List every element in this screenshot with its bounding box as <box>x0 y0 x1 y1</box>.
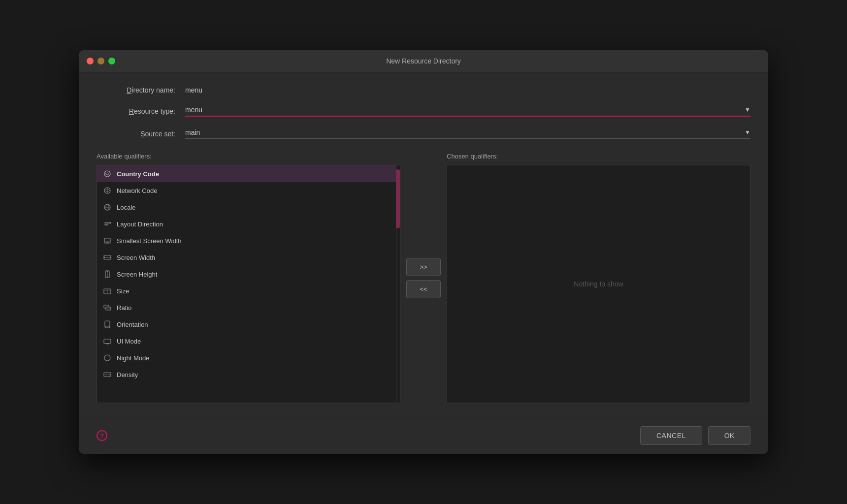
dialog-footer: ? CANCEL OK <box>79 417 768 454</box>
resource-type-dropdown[interactable]: menu ▼ <box>185 106 750 117</box>
resource-type-value: menu <box>185 106 202 114</box>
source-set-value: main <box>185 128 200 136</box>
svg-point-30 <box>104 355 110 361</box>
qualifier-item-screen-height[interactable]: Screen Height <box>97 266 396 283</box>
qualifier-label-network-code: Network Code <box>117 187 157 194</box>
qualifier-label-screen-width: Screen Width <box>117 254 155 261</box>
resource-type-label: Resource type: <box>97 107 175 115</box>
locale-icon <box>103 203 112 212</box>
source-set-dropdown[interactable]: main ▼ <box>185 128 750 139</box>
qualifier-item-network-code[interactable]: Network Code <box>97 182 396 199</box>
qualifier-label-country-code: Country Code <box>117 170 159 178</box>
qualifier-item-size[interactable]: Size <box>97 283 396 299</box>
qualifier-item-layout-direction[interactable]: Layout Direction <box>97 216 396 232</box>
source-set-arrow-icon: ▼ <box>745 129 750 136</box>
directory-name-value: menu <box>185 86 202 94</box>
size-icon <box>103 286 112 295</box>
title-bar: New Resource Directory <box>79 50 768 72</box>
qualifier-item-screen-width[interactable]: Screen Width <box>97 249 396 266</box>
night-mode-icon <box>103 353 112 362</box>
orientation-icon <box>103 320 112 329</box>
available-qualifiers-panel: Available qualifiers: Country Code <box>97 153 400 403</box>
qualifiers-section: Available qualifiers: Country Code <box>97 153 750 403</box>
svg-rect-8 <box>104 224 108 225</box>
nothing-to-show-text: Nothing to show <box>574 280 623 288</box>
qualifier-item-orientation[interactable]: Orientation <box>97 316 396 333</box>
qualifier-label-night-mode: Night Mode <box>117 354 149 362</box>
available-qualifiers-label: Available qualifiers: <box>97 153 400 160</box>
qualifier-label-layout-direction: Layout Direction <box>117 220 163 228</box>
qualifier-item-night-mode[interactable]: Night Mode <box>97 349 396 366</box>
qualifier-label-ratio: Ratio <box>117 304 131 312</box>
available-qualifiers-list[interactable]: Country Code Network Code <box>97 165 396 403</box>
directory-name-row: Directory name: menu <box>97 86 750 94</box>
qualifier-list-scrollbar[interactable] <box>396 165 400 403</box>
chosen-qualifiers-label: Chosen qualifiers: <box>447 153 750 160</box>
layout-direction-icon <box>103 220 112 228</box>
source-set-row: Source set: main ▼ <box>97 128 750 139</box>
qualifier-label-size: Size <box>117 287 129 295</box>
transfer-back-button[interactable]: << <box>406 280 441 298</box>
scrollbar-thumb <box>396 169 400 228</box>
minimize-button[interactable] <box>98 58 104 64</box>
available-qualifiers-list-container: Country Code Network Code <box>97 165 400 403</box>
chosen-qualifiers-panel: Chosen qualifiers: Nothing to show <box>447 153 750 403</box>
transfer-forward-button[interactable]: >> <box>406 258 441 276</box>
qualifier-item-smallest-screen-width[interactable]: Smallest Screen Width <box>97 232 396 249</box>
qualifier-item-country-code[interactable]: Country Code <box>97 165 396 182</box>
resource-type-row: Resource type: menu ▼ <box>97 106 750 117</box>
qualifier-label-ui-mode: UI Mode <box>117 338 141 345</box>
svg-rect-24 <box>106 307 111 310</box>
close-button[interactable] <box>87 58 94 64</box>
svg-rect-6 <box>104 222 110 223</box>
qualifier-label-screen-height: Screen Height <box>117 271 157 278</box>
maximize-button[interactable] <box>108 58 115 64</box>
cancel-button[interactable]: CANCEL <box>640 426 702 445</box>
ok-button[interactable]: OK <box>708 426 750 445</box>
qualifier-item-locale[interactable]: Locale <box>97 199 396 216</box>
new-resource-directory-dialog: New Resource Directory Directory name: m… <box>79 50 768 454</box>
directory-name-label: Directory name: <box>97 86 175 94</box>
chosen-qualifiers-list: Nothing to show <box>447 165 750 403</box>
qualifier-label-smallest-screen-width: Smallest Screen Width <box>117 237 182 245</box>
screen-height-icon <box>103 270 112 279</box>
ui-mode-icon <box>103 337 112 346</box>
window-controls <box>87 58 115 64</box>
help-button[interactable]: ? <box>97 430 107 441</box>
svg-rect-27 <box>104 339 111 344</box>
country-code-icon <box>103 169 112 178</box>
smallest-screen-width-icon <box>103 236 112 245</box>
qualifier-item-ratio[interactable]: Ratio <box>97 299 396 316</box>
resource-type-arrow-icon: ▼ <box>745 106 750 113</box>
network-code-icon <box>103 186 112 195</box>
transfer-buttons-area: >> << <box>400 153 447 403</box>
qualifier-label-orientation: Orientation <box>117 321 148 328</box>
svg-rect-25 <box>105 321 110 328</box>
footer-buttons: CANCEL OK <box>640 426 750 445</box>
ratio-icon <box>103 303 112 312</box>
source-set-label: Source set: <box>97 130 175 138</box>
density-icon <box>103 370 112 379</box>
qualifier-label-density: Density <box>117 371 138 378</box>
qualifier-item-density[interactable]: Density <box>97 366 396 383</box>
qualifier-label-locale: Locale <box>117 204 135 211</box>
screen-width-icon <box>103 253 112 262</box>
dialog-title: New Resource Directory <box>386 57 461 65</box>
qualifier-item-ui-mode[interactable]: UI Mode <box>97 333 396 349</box>
svg-marker-7 <box>110 221 111 224</box>
dialog-body: Directory name: menu Resource type: menu… <box>79 72 768 417</box>
